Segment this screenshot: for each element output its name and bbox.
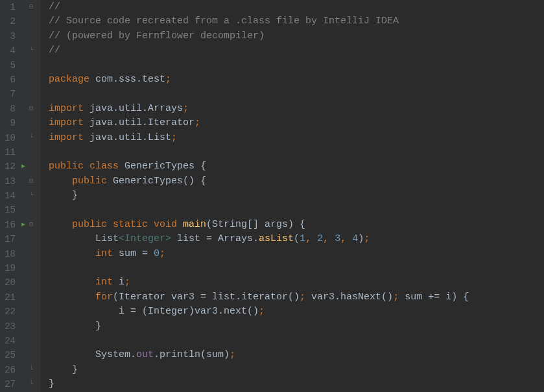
gutter-row: 8⊟: [0, 102, 40, 116]
method-name: main: [183, 219, 206, 230]
line-number: 11: [3, 145, 16, 159]
package-name: com.sss.test: [95, 74, 165, 85]
code-line: }: [49, 363, 544, 377]
code-line: [49, 334, 544, 348]
line-number: 12: [3, 159, 16, 174]
gutter-row: 17: [0, 232, 40, 246]
gutter-row: 15: [0, 203, 40, 217]
semicolon: ;: [393, 292, 399, 303]
line-number: 26: [3, 363, 16, 377]
paren-close: ) {: [288, 219, 305, 230]
semicolon: ;: [165, 74, 171, 85]
code-line: int sum = 0;: [49, 247, 544, 261]
gutter-row: 25: [0, 348, 40, 362]
gutter-row: 12▶: [0, 159, 40, 174]
comma: ,: [323, 233, 335, 244]
semicolon: ;: [183, 103, 189, 114]
run-icon[interactable]: ▶: [19, 159, 27, 174]
code-line: //: [49, 43, 544, 58]
gutter-row: 6: [0, 73, 40, 87]
code-line: }: [49, 377, 544, 391]
line-number: 5: [3, 58, 16, 73]
for-init: (Iterator var3 = list.iterator(): [113, 292, 300, 303]
run-icon[interactable]: ▶: [19, 218, 27, 232]
for-cond: var3.hasNext(): [305, 292, 393, 303]
semicolon: ;: [300, 292, 305, 303]
code-line: List<Integer> list = Arrays.asList(1, 2,…: [49, 232, 544, 246]
line-number: 8: [3, 102, 16, 116]
gutter-row: 2: [0, 14, 40, 29]
field-ref: out: [136, 349, 154, 360]
number-literal: 1: [300, 233, 305, 244]
code-line: [49, 145, 544, 159]
paren-close: ): [358, 233, 364, 244]
code-line: }: [49, 189, 544, 203]
line-number: 9: [3, 116, 16, 130]
code-line: import java.util.List;: [49, 131, 544, 145]
line-number: 22: [3, 305, 16, 319]
import-name: java.util.List: [89, 132, 171, 143]
code-area[interactable]: // // Source code recreated from a .clas…: [41, 0, 544, 392]
semicolon: ;: [259, 306, 265, 317]
gutter-row: 14└: [0, 189, 40, 203]
semicolon: ;: [364, 233, 370, 244]
fold-end-icon[interactable]: └: [27, 189, 35, 203]
line-number: 24: [3, 334, 16, 348]
number-literal: 4: [352, 233, 358, 244]
line-number: 21: [3, 290, 16, 305]
keyword: public static void: [72, 219, 183, 230]
code-line: import java.util.Iterator;: [49, 116, 544, 130]
fold-icon[interactable]: ⊟: [27, 174, 35, 189]
gutter-row: 16▶⊟: [0, 218, 40, 232]
gutter-row: 22: [0, 305, 40, 319]
gutter-row: 21: [0, 290, 40, 305]
variable: i: [119, 277, 124, 288]
class-name: GenericTypes: [124, 161, 200, 172]
fold-icon[interactable]: ⊟: [27, 0, 35, 14]
fold-end-icon[interactable]: └: [27, 363, 35, 377]
comment-text: //: [49, 45, 60, 56]
line-number: 15: [3, 203, 16, 217]
keyword: public: [72, 176, 113, 187]
gutter-row: 7: [0, 87, 40, 101]
code-line: package com.sss.test;: [49, 73, 544, 87]
code-line: public static void main(String[] args) {: [49, 218, 544, 232]
line-number: 10: [3, 131, 16, 145]
fold-end-icon[interactable]: └: [27, 43, 35, 58]
brace: }: [49, 378, 54, 389]
fold-icon[interactable]: ⊟: [27, 102, 35, 116]
generic-type: <Integer>: [119, 233, 171, 244]
keyword: package: [49, 74, 95, 85]
comma: ,: [340, 233, 352, 244]
comment-text: // (powered by Fernflower decompiler): [49, 30, 265, 41]
gutter-row: 18: [0, 247, 40, 261]
semicolon: ;: [160, 248, 165, 259]
gutter-row: 26└: [0, 363, 40, 377]
paren-open: (: [294, 233, 300, 244]
gutter-row: 19: [0, 261, 40, 275]
code-line: // (powered by Fernflower decompiler): [49, 29, 544, 43]
gutter-row: 11: [0, 145, 40, 159]
line-number: 4: [3, 43, 16, 58]
code-line: public GenericTypes() {: [49, 174, 544, 189]
paren-open: (: [206, 219, 212, 230]
keyword: for: [95, 292, 113, 303]
method-call: asList: [259, 233, 294, 244]
line-number: 27: [3, 377, 16, 391]
fold-icon[interactable]: ⊟: [27, 218, 35, 232]
gutter-row: 13⊟: [0, 174, 40, 189]
line-number: 17: [3, 232, 16, 246]
gutter-row: 1⊟: [0, 0, 40, 14]
gutter-row: 27└: [0, 377, 40, 391]
gutter-row: 9: [0, 116, 40, 130]
line-number: 13: [3, 174, 16, 189]
line-number: 3: [3, 29, 16, 43]
param-name: args: [265, 219, 288, 230]
number-literal: 2: [317, 233, 323, 244]
code-line: System.out.println(sum);: [49, 348, 544, 362]
for-incr: sum += i) {: [399, 292, 469, 303]
gutter-row: 24: [0, 334, 40, 348]
code-line: [49, 87, 544, 101]
fold-end-icon[interactable]: └: [27, 131, 35, 145]
fold-end-icon[interactable]: └: [27, 377, 35, 391]
